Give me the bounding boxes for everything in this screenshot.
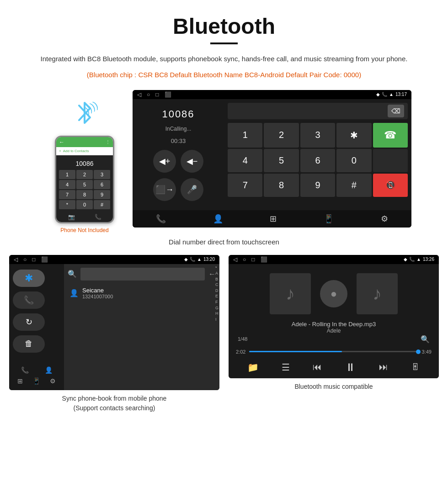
album-circle: ● [320,280,347,307]
music-nav-home: ○ [243,256,246,263]
key-9[interactable]: 9 [300,174,335,197]
album-circle-icon: ● [331,287,337,300]
pb-call-icon-btn[interactable]: 📞 [13,291,45,309]
key-star[interactable]: ✱ [336,123,371,148]
key-2[interactable]: 2 [264,123,299,148]
notification-icon: ⬛ [165,91,171,98]
phone-key-9[interactable]: 9 [94,190,110,199]
alpha-d: D [215,288,219,294]
music-album-area: ♪ ● ♪ [229,264,439,319]
music-progress-bar: 2:02 3:49 [229,346,439,357]
orange-note: (Bluetooth chip : CSR BC8 Default Blueto… [0,69,448,81]
nav-contacts-icon[interactable]: 👤 [213,214,223,224]
pb-search-input[interactable] [80,268,205,281]
add-contact-icon: + [59,149,61,153]
key-3[interactable]: 3 [300,123,335,148]
music-next-button[interactable]: ⏭ [379,362,388,372]
call-answer-button[interactable]: ☎ [373,123,408,148]
music-search-icon[interactable]: 🔍 [421,335,430,344]
call-timer: 00:33 [171,138,186,144]
phone-key-5[interactable]: 5 [76,180,93,189]
title-underline [210,42,238,44]
pb-back-icon[interactable]: ← [208,270,216,278]
phone-key-star[interactable]: * [59,200,75,209]
pb-contact-person-icon: 👤 [69,289,79,297]
progress-bar-bg[interactable] [249,351,418,352]
page-title: Bluetooth [0,0,448,42]
volume-down-button[interactable]: ◀− [181,150,203,173]
pb-nav-gear[interactable]: ⚙ [50,377,56,385]
progress-bar-fill [249,351,342,352]
key-hash[interactable]: # [336,174,371,197]
call-end-button[interactable]: 📵 [373,174,408,197]
top-section: )))) ← ⋮ + Add to Contacts 10086 1 2 3 [0,90,448,233]
phone-key-8[interactable]: 8 [76,190,93,199]
music-artist-name: Adele [233,328,434,334]
music-status-right: ◆ 📞 ▲ 13:26 [404,257,434,262]
wifi-icon: ▲ [389,92,394,97]
nav-home-icon: ○ [147,91,150,98]
pb-sync-icon[interactable]: ↻ [13,313,45,331]
phonebook-caption: Sync phone-book from mobile phone(Suppor… [62,394,167,413]
music-wifi-icon: ▲ [416,257,421,262]
phone-video-icon: 📷 [68,214,75,220]
volume-up-button[interactable]: ◀+ [153,150,176,173]
key-0[interactable]: 0 [336,149,371,172]
pb-bt-icon[interactable]: ✱ [13,270,45,287]
phone-key-0[interactable]: 0 [76,200,93,209]
music-nav-back: ◁ [233,256,237,263]
nav-calls-icon[interactable]: 📞 [156,214,166,224]
music-location-icon: ◆ [404,257,407,262]
phone-key-7[interactable]: 7 [59,190,75,199]
music-eq-icon[interactable]: 🎚 [411,362,420,372]
dial-input-row: ⌫ [228,103,408,119]
key-6[interactable]: 6 [300,149,335,172]
phone-key-1[interactable]: 1 [59,170,75,179]
music-time-total: 3:49 [422,349,432,355]
pb-delete-icon[interactable]: 🗑 [13,335,45,353]
call-number: 10086 [162,108,194,120]
music-controls: 📁 ☰ ⏮ ⏸ ⏭ 🎚 [229,357,439,377]
phone-key-3[interactable]: 3 [94,170,110,179]
music-prev-button[interactable]: ⏮ [313,362,322,372]
pb-contact-name: Seicane [82,287,113,294]
key-8[interactable]: 8 [264,174,299,197]
dial-delete-button[interactable]: ⌫ [388,105,404,117]
pb-nav-calls[interactable]: 📞 [21,366,29,374]
call-status: InCalling... [165,126,192,132]
phone-not-included-label: Phone Not Included [60,227,108,233]
music-list-icon[interactable]: ☰ [282,362,290,373]
key-1[interactable]: 1 [228,123,262,148]
pb-sidebar: ✱ 📞 ↻ 🗑 📞 👤 ⊞ 📱 ⚙ [9,264,64,390]
volume-buttons: ◀+ ◀− [153,150,203,173]
phone-key-2[interactable]: 2 [76,170,93,179]
screen-toggle-button[interactable]: ⬛→ [153,178,176,201]
dialer-left-panel: 10086 InCalling... 00:33 ◀+ ◀− ⬛→ 🎤 [133,99,224,210]
phone-key-6[interactable]: 6 [94,180,110,189]
bluetooth-icon-area: )))) [75,99,94,136]
android-nav-bar: 📞 👤 ⊞ 📱 ⚙ [133,210,411,228]
nav-dialpad-icon[interactable]: ⊞ [270,214,277,224]
dialer-body: 10086 InCalling... 00:33 ◀+ ◀− ⬛→ 🎤 ⌫ [133,99,411,210]
music-caption: Bluetooth music compatible [294,382,373,392]
pb-nav-grid[interactable]: ⊞ [17,377,23,385]
pb-contact-info: Seicane 13241007000 [82,287,113,299]
pb-contact-row: 👤 Seicane 13241007000 [68,284,216,302]
music-play-pause-button[interactable]: ⏸ [345,361,356,374]
phone-call-icon[interactable]: 📞 [95,214,101,220]
phone-key-4[interactable]: 4 [59,180,75,189]
phone-bottom-bar: 📷 📞 [56,212,113,222]
music-folder-icon[interactable]: 📁 [247,362,259,373]
phone-key-hash[interactable]: # [94,200,110,209]
pb-location-icon: ◆ [184,257,188,262]
keypad-grid: 1 2 3 ✱ ☎ 4 5 6 0 7 8 9 # 📵 [228,123,408,197]
pb-nav-contacts[interactable]: 👤 [45,366,53,374]
nav-messages-icon[interactable]: 📱 [324,214,334,224]
nav-settings-icon[interactable]: ⚙ [381,214,388,224]
key-7[interactable]: 7 [228,174,262,197]
microphone-button[interactable]: 🎤 [181,178,203,201]
music-note-icon-right: ♪ [373,283,382,304]
key-5[interactable]: 5 [264,149,299,172]
key-4[interactable]: 4 [228,149,262,172]
pb-nav-phone[interactable]: 📱 [32,377,40,385]
